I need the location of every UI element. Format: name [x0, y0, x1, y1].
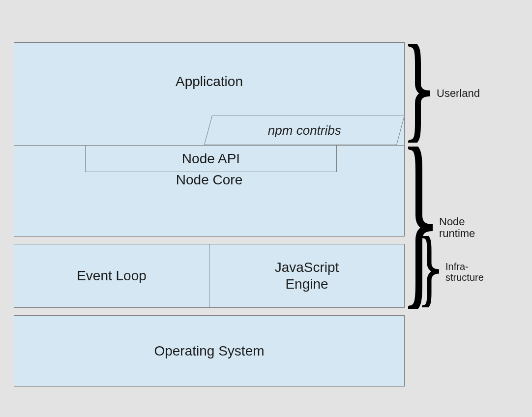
- layer-npm-contribs: npm contribs: [204, 116, 405, 145]
- layer-os-label: Operating System: [154, 343, 264, 359]
- brace-userland-label: Userland: [437, 88, 480, 99]
- brace-infra-label: Infra- structure: [445, 261, 484, 283]
- layer-node-api: Node API: [85, 145, 337, 172]
- layer-js-engine-label: JavaScript Engine: [275, 259, 339, 292]
- diagram-container: Application npm contribs Node Core Node …: [14, 42, 405, 387]
- brace-userland-icon: [408, 44, 433, 143]
- layer-node-core-label: Node Core: [176, 172, 242, 188]
- brace-infra-icon: [422, 236, 442, 307]
- brace-infrastructure: Infra- structure: [422, 236, 484, 307]
- layer-operating-system: Operating System: [14, 315, 405, 387]
- layer-node-api-label: Node API: [182, 151, 240, 167]
- layer-event-loop: Event Loop: [14, 244, 209, 308]
- layer-application-label: Application: [176, 74, 243, 89]
- layer-event-loop-label: Event Loop: [77, 268, 147, 284]
- layer-js-engine: JavaScript Engine: [209, 244, 405, 308]
- layer-npm-label: npm contribs: [268, 123, 341, 138]
- annotation-column: Userland Node runtime Infra- structure: [408, 39, 526, 305]
- brace-userland: Userland: [408, 44, 480, 143]
